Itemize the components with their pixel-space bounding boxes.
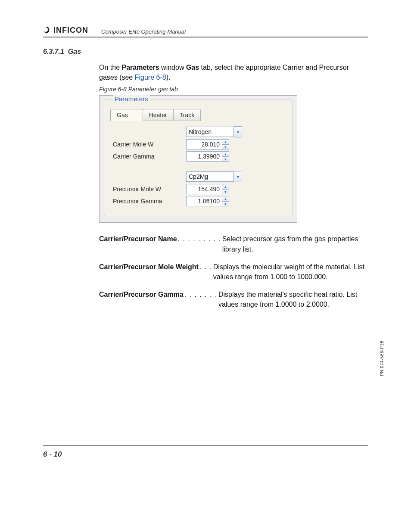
carrier-mole-spinner[interactable]: 28.010 ▲ ▼: [186, 139, 229, 149]
brand-logo: INFICON: [43, 26, 88, 35]
carrier-gas-value: Nitrogen: [186, 127, 234, 137]
tab-bar: Gas Heater Track: [110, 109, 286, 121]
definition-desc: Displays the material's specific heat ra…: [218, 289, 368, 309]
precursor-mole-label: Precursor Mole W: [113, 186, 173, 193]
tab-heater[interactable]: Heater: [143, 109, 174, 121]
precursor-mole-value: 154.490: [186, 184, 222, 194]
carrier-gas-select[interactable]: Nitrogen ▾: [186, 126, 242, 137]
figure-caption: Figure 6-8 Parameter gas tab: [99, 86, 368, 93]
precursor-gamma-value: 1.06100: [186, 196, 222, 206]
definition-row: Carrier/Precursor Gamma . . . . . . . Di…: [99, 289, 368, 309]
definition-term: Carrier/Precursor Gamma: [99, 289, 184, 309]
definition-desc: Select precursor gas from the gas proper…: [222, 234, 368, 254]
precursor-gamma-spinner[interactable]: 1.06100 ▲ ▼: [186, 196, 229, 206]
definitions-list: Carrier/Precursor Name. . . . . . . . . …: [99, 234, 368, 309]
carrier-mole-label: Carrier Mole W: [113, 141, 173, 148]
tab-track[interactable]: Track: [173, 109, 201, 121]
spin-down-icon[interactable]: ▼: [222, 157, 229, 162]
precursor-gas-select[interactable]: Cp2Mg ▾: [186, 171, 242, 182]
definition-row: Carrier/Precursor Mole Weight . . . Disp…: [99, 262, 368, 282]
tab-gas[interactable]: Gas: [110, 109, 143, 121]
carrier-mole-value: 28.010: [186, 139, 222, 149]
carrier-gamma-label: Carrier Gamma: [113, 153, 173, 160]
spin-up-icon[interactable]: ▲: [222, 139, 229, 145]
part-number: PN 074-566-P1B: [380, 340, 384, 376]
page-footer: 6 - 10: [43, 445, 368, 459]
definition-desc: Displays the molecular weight of the mat…: [213, 262, 368, 282]
page-header: INFICON Composer Elite Operating Manual: [43, 26, 368, 37]
spin-up-icon[interactable]: ▲: [222, 196, 229, 202]
logo-icon: [43, 26, 52, 35]
spin-down-icon[interactable]: ▼: [222, 145, 229, 150]
figure-frame: Parameters Gas Heater Track Nitrogen ▾: [99, 95, 297, 223]
precursor-mole-spinner[interactable]: 154.490 ▲ ▼: [186, 184, 229, 194]
definition-term: Carrier/Precursor Mole Weight: [99, 262, 199, 282]
precursor-gas-value: Cp2Mg: [186, 171, 234, 182]
page-number: 6 - 10: [43, 450, 368, 459]
spin-up-icon[interactable]: ▲: [222, 184, 229, 190]
brand-name: INFICON: [53, 26, 88, 35]
precursor-gamma-label: Precursor Gamma: [113, 198, 173, 205]
intro-paragraph: On the Parameters window Gas tab, select…: [99, 62, 368, 82]
definition-term: Carrier/Precursor Name: [99, 234, 177, 254]
groupbox-legend: Parameters: [113, 95, 150, 103]
spin-down-icon[interactable]: ▼: [222, 202, 229, 207]
section-heading: 6.3.7.1 Gas: [43, 48, 368, 56]
manual-title: Composer Elite Operating Manual: [101, 28, 186, 35]
parameters-groupbox: Parameters Gas Heater Track Nitrogen ▾: [104, 99, 293, 216]
carrier-gamma-value: 1.39900: [186, 151, 222, 162]
carrier-gamma-spinner[interactable]: 1.39900 ▲ ▼: [186, 151, 229, 162]
definition-row: Carrier/Precursor Name. . . . . . . . . …: [99, 234, 368, 254]
figure-link[interactable]: Figure 6-8: [135, 74, 166, 81]
chevron-down-icon[interactable]: ▾: [234, 171, 242, 182]
spin-up-icon[interactable]: ▲: [222, 151, 229, 157]
spin-down-icon[interactable]: ▼: [222, 190, 229, 195]
chevron-down-icon[interactable]: ▾: [234, 126, 242, 137]
